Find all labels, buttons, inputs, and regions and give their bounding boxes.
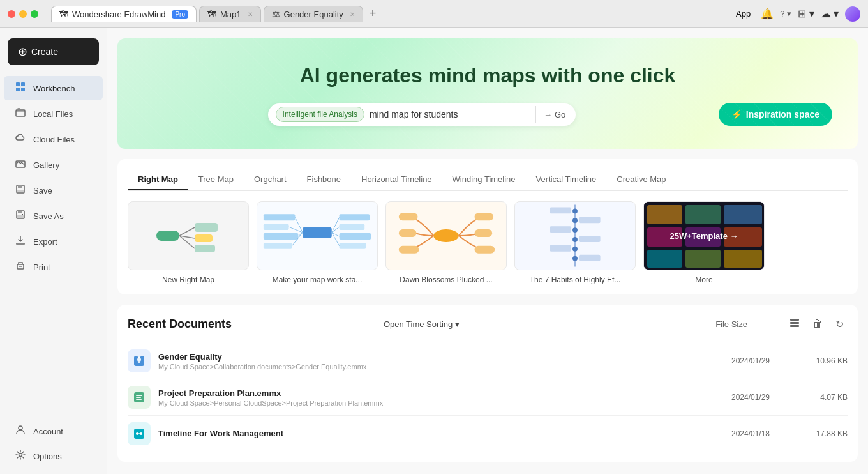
tab-gender-equality[interactable]: ⚖ Gender Equality ✕: [264, 6, 363, 22]
list-view-button[interactable]: [786, 315, 804, 333]
doc-info-timeline: Timeline For Work Management: [158, 429, 705, 440]
doc-row-timeline[interactable]: Timeline For Work Management 2024/01/18 …: [128, 416, 848, 452]
avatar[interactable]: [845, 6, 860, 22]
inspiration-button[interactable]: ⚡ Inspiration space: [719, 103, 832, 126]
svg-rect-44: [399, 213, 418, 220]
arrow-icon: →: [544, 110, 552, 119]
grid-icon[interactable]: ⊞ ▾: [798, 8, 814, 20]
template-card-more[interactable]: 25W+Template → More: [643, 201, 765, 284]
tab-horizontal-timeline[interactable]: Horizontal Timeline: [351, 169, 442, 190]
svg-rect-49: [475, 246, 495, 254]
sort-button[interactable]: Open Time Sorting ▾: [378, 317, 465, 332]
local-files-icon: [14, 107, 27, 120]
tab-creative-map[interactable]: Creative Map: [606, 169, 676, 190]
doc-row-gender-equality[interactable]: Gender Equality My Cloud Space>Collabora…: [128, 343, 848, 379]
svg-rect-7: [18, 185, 22, 188]
tab-map1[interactable]: 🗺 Map1 ✕: [199, 6, 261, 22]
sidebar-item-cloud-files[interactable]: Cloud Files: [4, 127, 103, 151]
template-thumb-map-work: [257, 201, 378, 270]
svg-point-57: [572, 256, 578, 261]
svg-point-54: [572, 227, 578, 233]
sidebar-item-export[interactable]: Export: [4, 229, 103, 254]
tab-map1-close[interactable]: ✕: [248, 11, 253, 18]
minimize-button[interactable]: [19, 10, 27, 18]
template-thumb-habits: [514, 201, 636, 270]
notification-icon[interactable]: 🔔: [761, 8, 774, 20]
doc-icon-gender-equality: [128, 349, 151, 372]
template-card-habits[interactable]: The 7 Habits of Highly Ef...: [514, 201, 636, 284]
app-button[interactable]: App: [732, 8, 754, 20]
search-input[interactable]: [370, 109, 535, 119]
titlebar-actions: App 🔔 ? ▾ ⊞ ▾ ☁ ▾: [732, 6, 860, 22]
tab-right-map[interactable]: Right Map: [128, 169, 188, 190]
workbench-icon: [14, 82, 27, 95]
account-icon: [14, 425, 27, 438]
help-icon[interactable]: ? ▾: [780, 9, 791, 19]
tab-orgchart[interactable]: Orgchart: [244, 169, 297, 190]
recent-section: Recent Documents Open Time Sorting ▾ Fil…: [117, 305, 858, 462]
svg-rect-62: [550, 245, 571, 252]
svg-point-86: [140, 432, 142, 435]
sidebar-item-print[interactable]: Print: [4, 255, 103, 279]
svg-rect-8: [17, 190, 24, 192]
tab-fishbone[interactable]: Fishbone: [297, 169, 351, 190]
account-label: Account: [33, 427, 63, 436]
go-button[interactable]: → Go: [535, 106, 573, 123]
pro-badge: Pro: [172, 10, 188, 19]
svg-rect-61: [579, 236, 601, 242]
sidebar-item-local-files[interactable]: Local Files: [4, 102, 103, 126]
svg-rect-82: [136, 399, 142, 400]
svg-rect-2: [16, 88, 20, 91]
svg-rect-19: [195, 234, 213, 242]
sidebar: ⊕ Create Workbench Local Files Cloud Fil…: [0, 28, 107, 474]
template-label-map-work: Make your map work sta...: [257, 275, 378, 284]
sidebar-item-save-as[interactable]: Save As: [4, 204, 103, 228]
template-card-map-work[interactable]: Make your map work sta...: [257, 201, 378, 284]
options-label: Options: [33, 452, 62, 461]
sidebar-item-options[interactable]: Options: [4, 444, 103, 468]
templates-section: Right Map Tree Map Orgchart Fishbone Hor…: [117, 159, 858, 294]
sort-label: Open Time Sorting: [384, 319, 453, 329]
doc-row-project-plan[interactable]: Project Preparation Plan.emmx My Cloud S…: [128, 379, 848, 416]
tab-winding-timeline[interactable]: Winding Timeline: [442, 169, 526, 190]
svg-rect-30: [340, 214, 370, 220]
sidebar-item-account[interactable]: Account: [4, 419, 103, 443]
main-container: ⊕ Create Workbench Local Files Cloud Fil…: [0, 28, 868, 474]
svg-point-43: [433, 229, 459, 242]
local-files-label: Local Files: [33, 109, 73, 119]
cloud-icon[interactable]: ☁ ▾: [821, 8, 839, 20]
template-card-dawn[interactable]: Dawn Blossoms Plucked ...: [385, 201, 507, 284]
maximize-button[interactable]: [31, 10, 38, 18]
svg-rect-58: [550, 207, 571, 213]
template-label-habits: The 7 Habits of Highly Ef...: [514, 275, 636, 284]
delete-button[interactable]: 🗑: [809, 316, 827, 332]
tab-gender-equality-close[interactable]: ✕: [350, 11, 355, 18]
export-icon: [14, 235, 27, 248]
tab-bar: 🗺 Wondershare EdrawMind Pro 🗺 Map1 ✕ ⚖ G…: [51, 6, 380, 22]
svg-point-55: [572, 237, 578, 242]
add-tab-button[interactable]: +: [366, 6, 380, 22]
template-label-more: More: [643, 275, 765, 284]
doc-date-timeline: 2024/01/18: [712, 429, 789, 438]
create-button[interactable]: ⊕ Create: [8, 38, 99, 65]
close-button[interactable]: [8, 10, 15, 18]
sidebar-item-save[interactable]: Save: [4, 178, 103, 203]
tab-tree-map[interactable]: Tree Map: [188, 169, 244, 190]
content-area: AI generates mind maps with one click In…: [107, 28, 868, 474]
lightning-icon: ⚡: [731, 109, 742, 119]
svg-rect-31: [340, 224, 365, 230]
svg-rect-18: [195, 223, 218, 232]
sidebar-item-workbench[interactable]: Workbench: [4, 76, 103, 100]
svg-rect-27: [264, 233, 298, 240]
app-tab[interactable]: 🗺 Wondershare EdrawMind Pro: [51, 6, 197, 22]
refresh-button[interactable]: ↻: [832, 316, 848, 333]
svg-rect-20: [195, 245, 215, 252]
tab-vertical-timeline[interactable]: Vertical Timeline: [526, 169, 607, 190]
search-tag: Intelligent file Analysis: [276, 107, 364, 122]
svg-rect-13: [19, 266, 22, 267]
map1-icon: 🗺: [207, 9, 216, 19]
sidebar-item-gallery[interactable]: Gallery: [4, 153, 103, 177]
doc-icon-timeline: [128, 422, 151, 445]
doc-path-gender-equality: My Cloud Space>Collaboration documents>G…: [158, 363, 705, 371]
template-card-new[interactable]: New Right Map: [128, 201, 249, 284]
